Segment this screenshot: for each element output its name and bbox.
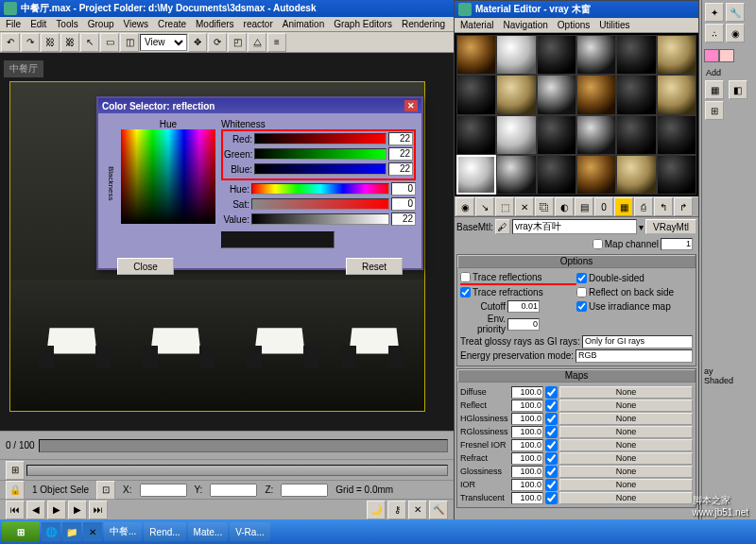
- task-2[interactable]: Rend...: [144, 522, 185, 541]
- value-spinner[interactable]: 22: [391, 212, 416, 226]
- green-slider[interactable]: [254, 148, 387, 160]
- mirror-button[interactable]: ⧋: [248, 33, 266, 52]
- track-ruler[interactable]: [26, 465, 448, 476]
- undo-button[interactable]: ↶: [1, 33, 20, 52]
- map-enable-check[interactable]: [545, 479, 558, 491]
- trace-reflections-check[interactable]: [460, 272, 471, 282]
- put-library-button[interactable]: ▤: [575, 197, 593, 216]
- map-slot-button[interactable]: None: [559, 413, 693, 425]
- make-unique-button[interactable]: ◐: [555, 197, 574, 216]
- blue-slider[interactable]: [254, 163, 387, 175]
- menu-edit[interactable]: Edit: [26, 19, 50, 29]
- energy-mode-dropdown[interactable]: RGB: [576, 349, 693, 363]
- menu-reactor[interactable]: reactor: [240, 19, 277, 29]
- map-amount-spinner[interactable]: 100.0: [511, 479, 543, 491]
- slot-20[interactable]: [496, 155, 536, 195]
- blue-spinner[interactable]: 22: [388, 162, 413, 176]
- goto-start-button[interactable]: ⏮: [6, 501, 25, 519]
- ref-coord-dropdown[interactable]: View: [140, 34, 187, 51]
- options-header[interactable]: Options: [457, 255, 696, 268]
- viewport-label[interactable]: 中餐厅: [4, 60, 43, 77]
- menu-create[interactable]: Create: [154, 19, 190, 29]
- slot-22[interactable]: [576, 155, 616, 195]
- scale-button[interactable]: ◰: [228, 33, 247, 52]
- make-copy-button[interactable]: ⿻: [535, 197, 554, 216]
- dropdown-icon[interactable]: ▾: [639, 222, 644, 232]
- start-button[interactable]: ⊞: [2, 521, 40, 542]
- rotate-button[interactable]: ⟳: [208, 33, 227, 52]
- glossy-rays-dropdown[interactable]: Only for GI rays: [582, 335, 693, 348]
- reset-map-button[interactable]: ✕: [515, 197, 534, 216]
- slot-4[interactable]: [576, 35, 616, 75]
- sat-spinner[interactable]: 0: [391, 197, 416, 211]
- put-material-button[interactable]: ↘: [475, 197, 494, 216]
- time-slider[interactable]: [39, 439, 448, 452]
- menu-animation[interactable]: Animation: [279, 19, 328, 29]
- quicklaunch-2[interactable]: 📁: [62, 522, 81, 541]
- create-tab[interactable]: ✦: [705, 3, 724, 22]
- play-button[interactable]: ▶: [47, 501, 66, 519]
- x-coord-input[interactable]: [140, 484, 187, 497]
- menu-navigation[interactable]: Navigation: [500, 20, 552, 30]
- hammer-icon[interactable]: 🔨: [429, 501, 448, 519]
- side-tool-1[interactable]: ▦: [705, 80, 724, 99]
- maps-header[interactable]: Maps: [457, 369, 696, 382]
- env-priority-spinner[interactable]: 0: [507, 318, 540, 331]
- track-bar[interactable]: ⊞: [0, 459, 454, 480]
- use-irradiance-check[interactable]: [576, 301, 587, 312]
- map-enable-check[interactable]: [545, 400, 558, 412]
- task-3[interactable]: Mate...: [188, 522, 229, 541]
- show-end-button[interactable]: ⎙: [634, 197, 653, 216]
- go-forward-button[interactable]: ↱: [674, 197, 693, 216]
- material-effects-button[interactable]: 0: [594, 197, 613, 216]
- lock-button[interactable]: 🔒: [6, 481, 25, 500]
- key-mode-button[interactable]: ⊞: [6, 461, 25, 480]
- z-coord-input[interactable]: [281, 484, 328, 497]
- slot-15[interactable]: [537, 115, 576, 155]
- double-sided-check[interactable]: [576, 273, 587, 283]
- map-enable-check[interactable]: [545, 386, 558, 399]
- quicklaunch-3[interactable]: ✕: [83, 522, 102, 541]
- value-slider[interactable]: [251, 213, 389, 225]
- map-slot-button[interactable]: None: [559, 492, 693, 504]
- go-parent-button[interactable]: ↰: [654, 197, 673, 216]
- quicklaunch-1[interactable]: 🌐: [42, 522, 60, 541]
- slot-9[interactable]: [537, 75, 576, 114]
- menu-group[interactable]: Group: [84, 19, 118, 29]
- prev-frame-button[interactable]: ◀: [26, 501, 45, 519]
- modify-tab[interactable]: 🔧: [726, 3, 745, 22]
- slot-10[interactable]: [576, 75, 616, 114]
- hierarchy-tab[interactable]: ⛬: [705, 24, 724, 42]
- link-button[interactable]: ⛓: [41, 33, 60, 52]
- map-amount-spinner[interactable]: 100.0: [511, 439, 543, 451]
- map-slot-button[interactable]: None: [559, 452, 693, 465]
- align-button[interactable]: ≡: [267, 33, 286, 52]
- hue-spinner[interactable]: 0: [391, 182, 416, 196]
- red-spinner[interactable]: 22: [388, 132, 413, 145]
- trace-refractions-check[interactable]: [460, 287, 471, 298]
- select-button[interactable]: ↖: [80, 33, 99, 52]
- menu-file[interactable]: File: [2, 19, 25, 29]
- map-slot-button[interactable]: None: [559, 400, 693, 412]
- map-enable-check[interactable]: [545, 466, 558, 478]
- menu-material[interactable]: Material: [456, 20, 498, 30]
- map-amount-spinner[interactable]: 100.0: [511, 386, 543, 399]
- side-tool-2[interactable]: ◧: [729, 80, 747, 99]
- slot-8[interactable]: [496, 75, 536, 114]
- slot-1[interactable]: [456, 35, 496, 75]
- map-enable-check[interactable]: [545, 426, 558, 438]
- map-slot-button[interactable]: None: [559, 386, 693, 399]
- close-icon[interactable]: ✕: [404, 100, 418, 111]
- menu-grapheditors[interactable]: Graph Editors: [330, 19, 396, 29]
- map-amount-spinner[interactable]: 100.0: [511, 466, 543, 478]
- moon-icon[interactable]: 🌙: [367, 501, 386, 519]
- reset-button[interactable]: Reset: [346, 258, 403, 275]
- map-enable-check[interactable]: [545, 492, 558, 504]
- menu-rendering[interactable]: Rendering: [398, 19, 449, 29]
- get-material-button[interactable]: ◉: [455, 197, 474, 216]
- map-channel-check[interactable]: [593, 239, 603, 249]
- mat-titlebar[interactable]: Material Editor - vray 木窗: [455, 1, 698, 18]
- keyfilter-button[interactable]: ⚷: [387, 501, 406, 519]
- slot-18[interactable]: [657, 115, 696, 155]
- map-slot-button[interactable]: None: [559, 426, 693, 438]
